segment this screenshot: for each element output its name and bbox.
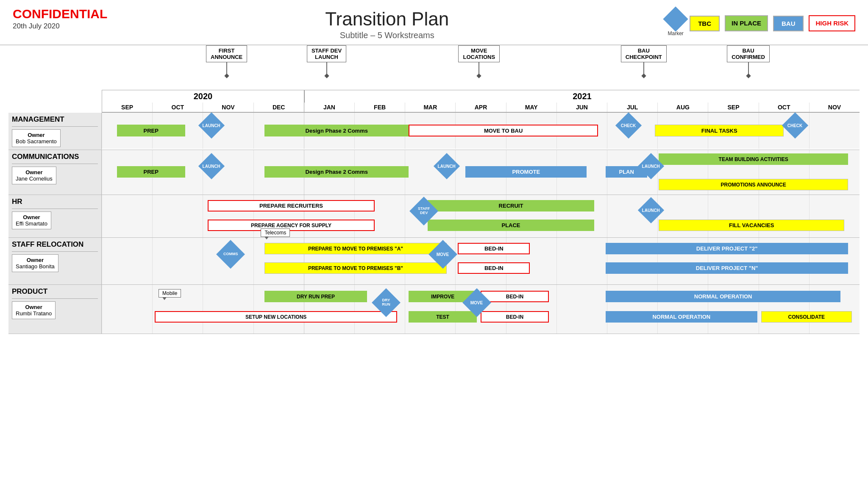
bar-product-dryrep: DRY RUN PREP <box>264 291 367 302</box>
workstream-management: MANAGEMENT Owner Bob Sacramento <box>8 113 860 150</box>
year-2021: 2021 <box>304 90 860 103</box>
ws-product-labels: PRODUCT Owner Rumbi Tratano <box>8 285 102 334</box>
bar-product-setup: SETUP NEW LOCATIONS <box>155 311 397 323</box>
ws-management-owner-name: Bob Sacramento <box>16 138 57 145</box>
bar-comms-design: Design Phase 2 Comms <box>264 166 409 178</box>
ws-relocation-labels: STAFF RELOCATION Owner Santiago Bonita <box>8 238 102 284</box>
milestones-row: FIRSTANNOUNCE STAFF DEVLAUNCH MOVELOCATI… <box>102 45 860 90</box>
subtitle: Subtitle – 5 Workstreams <box>325 31 449 40</box>
month-jun-2021: JUN <box>556 103 607 112</box>
bar-relocation-deliver2: DELIVER PROJECT "2" <box>606 243 848 254</box>
month-jan-2021: JAN <box>304 103 354 112</box>
month-aug-2021: AUG <box>657 103 708 112</box>
bar-hr-prepare-recruiters: PREPARE RECRUITERS <box>208 200 374 211</box>
month-oct-2020: OCT <box>152 103 203 112</box>
bar-management-design: Design Phase 2 Comms <box>264 125 409 136</box>
ws-relocation-owner-title: Owner <box>16 257 55 263</box>
bar-comms-promote: PROMOTE <box>465 166 587 178</box>
diamond-relocation-comms: COMMS <box>216 240 245 269</box>
bar-comms-teambuilding: TEAM BUILDING ACTIVITIES <box>659 153 848 165</box>
speech-bubble-telecoms: Telecoms <box>261 228 290 237</box>
diamond-comms-launch2: LAUNCH <box>433 153 459 179</box>
bar-management-finaltasks: FINAL TASKS <box>655 125 784 136</box>
bar-comms-promotionsannounce: PROMOTIONS ANNOUNCE <box>659 179 848 190</box>
callout-box-bau-confirmed: BAUCONFIRMED <box>727 45 770 62</box>
bar-relocation-bedin-b: BED-IN <box>458 262 530 274</box>
bar-management-prep: PREP <box>117 125 185 136</box>
workstream-hr: HR Owner Effi Smartato PR <box>8 195 860 238</box>
workstream-product: PRODUCT Owner Rumbi Tratano <box>8 285 860 334</box>
ws-relocation-owner-name: Santiago Bonita <box>16 263 55 270</box>
ws-product-owner-box: Owner Rumbi Tratano <box>12 301 56 319</box>
milestone-staff-dev-launch: STAFF DEVLAUNCH <box>307 45 346 78</box>
ws-comms-owner-box: Owner Jane Cornelius <box>12 167 56 184</box>
confidential-label: CONFIDENTIAL <box>13 7 107 21</box>
ws-comms-owner-name: Jane Cornelius <box>16 175 53 182</box>
ws-management-owner-title: Owner <box>16 132 57 138</box>
ws-relocation-name: STAFF RELOCATION <box>12 240 98 252</box>
page-wrapper: CONFIDENTIAL 20th July 2020 Transition P… <box>0 0 868 487</box>
month-apr-2021: APR <box>455 103 506 112</box>
bar-product-test: TEST <box>409 311 477 323</box>
diamond-management-launch: LAUNCH <box>198 112 225 139</box>
callout-box-staff-dev: STAFF DEVLAUNCH <box>307 45 346 62</box>
month-sep-2021: SEP <box>708 103 758 112</box>
callout-box-move-locations: MOVELOCATIONS <box>458 45 500 62</box>
year-2020: 2020 <box>102 90 304 103</box>
legend-tbc-box: TBC <box>690 16 720 31</box>
ws-comms-gantt: PREP Design Phase 2 Comms PROMOTE PLAN T… <box>102 150 860 195</box>
ws-relocation-owner-box: Owner Santiago Bonita <box>12 254 58 272</box>
legend-area: Marker TBC IN PLACE BAU HIGH RISK <box>667 10 855 36</box>
milestone-first-announce: FIRSTANNOUNCE <box>206 45 247 78</box>
legend-inplace-box: IN PLACE <box>725 15 768 31</box>
ws-hr-gantt: PREPARE RECRUITERS PREPARE AGENCY FOR SU… <box>102 195 860 237</box>
ws-hr-labels: HR Owner Effi Smartato <box>8 195 102 237</box>
ws-management-owner-box: Owner Bob Sacramento <box>12 129 61 147</box>
bar-hr-prepare-agency: PREPARE AGENCY FOR SUPPLY <box>208 220 374 231</box>
ws-hr-owner-title: Owner <box>16 214 47 220</box>
ws-product-name: PRODUCT <box>12 287 98 299</box>
ws-product-gantt: Mobile DRY RUN PREP IMPROVE BED-IN SETUP… <box>102 285 860 334</box>
months-header-row: SEP OCT NOV DEC JAN FEB MAR APR MAY JUN … <box>102 103 860 113</box>
bar-product-normal1: NORMAL OPERATION <box>606 291 840 302</box>
ws-management-name: MANAGEMENT <box>12 115 98 127</box>
chart-area: FIRSTANNOUNCE STAFF DEVLAUNCH MOVELOCATI… <box>0 45 868 334</box>
month-nov-2020: NOV <box>203 103 253 112</box>
ws-management-labels: MANAGEMENT Owner Bob Sacramento <box>8 113 102 150</box>
bar-product-bedin1: BED-IN <box>481 291 549 302</box>
month-mar-2021: MAR <box>405 103 455 112</box>
workstream-staff-relocation: STAFF RELOCATION Owner Santiago Bonita <box>8 238 860 285</box>
workstream-communications: COMMUNICATIONS Owner Jane Cornelius <box>8 150 860 195</box>
ws-relocation-gantt: Telecoms PREPARE TO MOVE TO PREMISES "A"… <box>102 238 860 284</box>
ws-comms-name: COMMUNICATIONS <box>12 153 98 164</box>
milestone-bau-confirmed: BAUCONFIRMED <box>727 45 770 78</box>
ws-hr-name: HR <box>12 198 98 209</box>
ws-comms-labels: COMMUNICATIONS Owner Jane Cornelius <box>8 150 102 195</box>
month-jul-2021: JUL <box>607 103 657 112</box>
legend-diamond-shape <box>663 6 688 31</box>
bar-product-consolidate: CONSOLIDATE <box>761 311 852 323</box>
header-center: Transition Plan Subtitle – 5 Workstreams <box>325 8 449 40</box>
legend-highrisk-box: HIGH RISK <box>809 15 855 31</box>
callout-box-bau-checkpoint: BAUCHECKPOINT <box>621 45 667 62</box>
header-left: CONFIDENTIAL 20th July 2020 <box>13 7 107 31</box>
bar-product-normal2: NORMAL OPERATION <box>606 311 757 323</box>
legend-bau-box: BAU <box>773 16 804 31</box>
bar-management-movetobau: MOVE TO BAU <box>409 125 598 136</box>
diamond-management-check1: CHECK <box>615 112 642 139</box>
bar-relocation-bedin-a: BED-IN <box>458 243 530 254</box>
bar-relocation-premisesb: PREPARE TO MOVE TO PREMISES "B" <box>264 262 446 274</box>
milestone-bau-checkpoint: BAUCHECKPOINT <box>621 45 667 78</box>
ws-product-owner-title: Owner <box>16 304 52 310</box>
main-title: Transition Plan <box>325 8 449 30</box>
diamond-comms-launch1: LAUNCH <box>198 153 225 179</box>
month-sep-2020: SEP <box>102 103 152 112</box>
bar-hr-fill-vacancies: FILL VACANCIES <box>659 220 844 231</box>
legend-marker-item: Marker <box>667 10 684 36</box>
ws-comms-owner-title: Owner <box>16 169 53 175</box>
ws-product-owner-name: Rumbi Tratano <box>16 310 52 317</box>
header: CONFIDENTIAL 20th July 2020 Transition P… <box>0 0 868 45</box>
bar-comms-prep: PREP <box>117 166 185 178</box>
month-may-2021: MAY <box>506 103 556 112</box>
callout-box-first-announce: FIRSTANNOUNCE <box>206 45 247 62</box>
